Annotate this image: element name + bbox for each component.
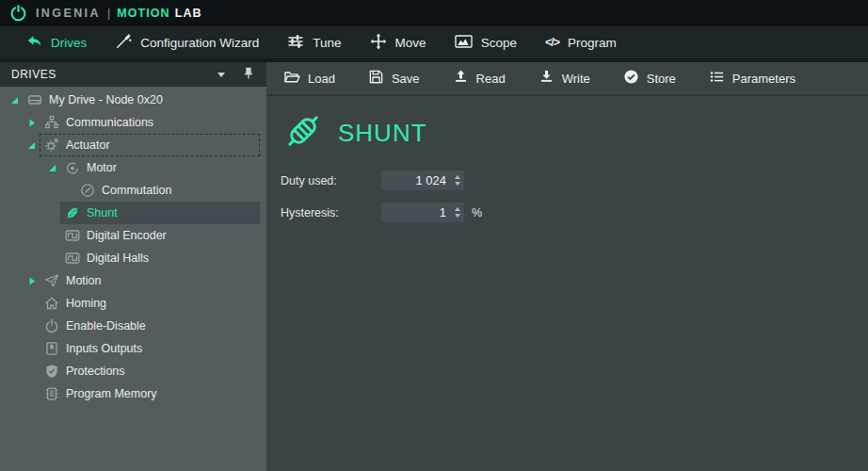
tree-item-homing[interactable]: Homing bbox=[0, 292, 266, 315]
drives-tree: My Drive - Node 0x20 C bbox=[0, 87, 266, 471]
io-card-icon bbox=[44, 341, 59, 356]
motor-icon bbox=[65, 160, 80, 175]
memory-chip-icon bbox=[44, 386, 59, 401]
brand-divider: | bbox=[107, 7, 110, 20]
spin-up-icon[interactable] bbox=[455, 207, 460, 211]
duty-used-input[interactable] bbox=[381, 171, 464, 190]
main-menubar: Drives Configuration Wizard Tune bbox=[0, 26, 868, 58]
menu-item-label: Tune bbox=[313, 36, 341, 50]
tree-item-commutation[interactable]: Commutation bbox=[0, 179, 266, 202]
shunt-page: SHUNT Duty used: Hysteresis: bbox=[266, 96, 868, 471]
tree-item-label: Protections bbox=[66, 365, 125, 378]
brand-lab: LAB bbox=[175, 7, 202, 20]
read-button[interactable]: Read bbox=[443, 62, 515, 94]
tree-item-label: Shunt bbox=[87, 206, 118, 219]
tree-item-my-drive[interactable]: My Drive - Node 0x20 bbox=[0, 89, 266, 111]
tree-item-actuator[interactable]: Actuator bbox=[0, 134, 266, 156]
toolbar-button-label: Parameters bbox=[732, 72, 796, 86]
menu-item-program[interactable]: Program bbox=[531, 26, 631, 58]
toolbar-button-label: Save bbox=[392, 72, 420, 86]
floppy-icon bbox=[368, 69, 384, 88]
tree-item-digital-halls[interactable]: Digital Halls bbox=[0, 247, 266, 269]
home-icon bbox=[44, 296, 59, 311]
menu-item-label: Scope bbox=[481, 36, 517, 50]
open-folder-icon bbox=[283, 69, 300, 89]
collapse-caret-icon[interactable] bbox=[217, 73, 225, 77]
tree-item-motion[interactable]: Motion bbox=[0, 269, 266, 292]
expand-toggle-icon[interactable] bbox=[23, 276, 40, 286]
menu-item-label: Configuration Wizard bbox=[140, 36, 259, 50]
expand-toggle-icon[interactable] bbox=[23, 140, 40, 151]
wand-icon bbox=[115, 33, 132, 53]
sliders-icon bbox=[287, 33, 304, 53]
tree-item-label: Inputs Outputs bbox=[66, 342, 142, 355]
paper-plane-icon bbox=[44, 273, 59, 288]
menu-item-drives[interactable]: Drives bbox=[11, 26, 101, 58]
load-button[interactable]: Load bbox=[274, 62, 345, 94]
duty-used-spinbox bbox=[381, 171, 464, 190]
menu-item-label: Program bbox=[568, 36, 617, 50]
titlebar: INGENIA | MOTION LAB bbox=[0, 0, 868, 26]
upload-icon bbox=[453, 69, 469, 88]
tree-item-enable-disable[interactable]: Enable-Disable bbox=[0, 315, 266, 337]
sidebar-title: DRIVES bbox=[11, 68, 56, 81]
brand-motion: MOTION bbox=[117, 7, 170, 20]
pin-icon[interactable] bbox=[242, 67, 255, 83]
hysteresis-suffix: % bbox=[472, 206, 482, 219]
resistor-icon bbox=[281, 108, 326, 157]
parameters-button[interactable]: Parameters bbox=[699, 62, 805, 94]
spin-up-icon[interactable] bbox=[455, 175, 460, 179]
toolbar-button-label: Load bbox=[308, 72, 335, 86]
menu-item-configuration-wizard[interactable]: Configuration Wizard bbox=[101, 26, 273, 58]
resistor-icon bbox=[65, 205, 80, 220]
write-button[interactable]: Write bbox=[529, 62, 600, 94]
tree-item-label: Actuator bbox=[66, 138, 110, 152]
menu-item-tune[interactable]: Tune bbox=[273, 26, 355, 58]
drives-sidebar: DRIVES bbox=[0, 62, 266, 471]
tree-item-label: Homing bbox=[66, 297, 106, 310]
menu-item-scope[interactable]: Scope bbox=[441, 26, 531, 58]
toolbar-button-label: Store bbox=[647, 72, 676, 86]
shield-icon bbox=[44, 364, 59, 379]
tree-item-shunt[interactable]: Shunt bbox=[0, 202, 266, 224]
brand-ingenia: INGENIA bbox=[36, 7, 101, 20]
tree-item-label: Program Memory bbox=[66, 387, 157, 400]
code-icon bbox=[545, 36, 559, 49]
list-icon bbox=[709, 69, 725, 88]
tree-item-label: Enable-Disable bbox=[66, 319, 146, 333]
tree-item-inputs-outputs[interactable]: Inputs Outputs bbox=[0, 337, 266, 360]
drive-icon bbox=[27, 92, 42, 107]
duty-used-row: Duty used: bbox=[281, 171, 868, 190]
expand-toggle-icon[interactable] bbox=[43, 163, 60, 173]
network-icon bbox=[44, 115, 59, 130]
hysteresis-row: Hysteresis: % bbox=[281, 203, 868, 222]
tree-item-motor[interactable]: Motor bbox=[0, 156, 266, 179]
square-wave-icon bbox=[65, 228, 80, 243]
store-button[interactable]: Store bbox=[614, 62, 685, 94]
download-icon bbox=[538, 69, 555, 88]
workspace: DRIVES bbox=[0, 58, 868, 471]
tree-item-communications[interactable]: Communications bbox=[0, 111, 266, 134]
expand-toggle-icon[interactable] bbox=[6, 95, 23, 106]
main-panel: Load Save bbox=[266, 62, 868, 471]
spin-down-icon[interactable] bbox=[455, 214, 460, 218]
expand-toggle-icon[interactable] bbox=[23, 118, 40, 128]
tree-item-label: Digital Encoder bbox=[87, 229, 167, 242]
menu-item-label: Move bbox=[395, 36, 426, 50]
power-ring-icon bbox=[9, 5, 27, 23]
hysteresis-input[interactable] bbox=[381, 203, 464, 222]
tree-item-label: Motion bbox=[66, 274, 102, 287]
menu-item-label: Drives bbox=[51, 36, 87, 50]
spinner-arrows bbox=[455, 171, 460, 190]
hysteresis-label: Hysteresis: bbox=[281, 206, 381, 219]
menu-item-move[interactable]: Move bbox=[356, 26, 441, 58]
area-chart-icon bbox=[455, 33, 473, 53]
spin-down-icon[interactable] bbox=[455, 182, 460, 186]
toolbar-button-label: Read bbox=[476, 72, 506, 86]
save-button[interactable]: Save bbox=[359, 62, 429, 94]
tree-item-label: Motor bbox=[87, 161, 117, 174]
tree-item-protections[interactable]: Protections bbox=[0, 360, 266, 382]
tree-item-program-memory[interactable]: Program Memory bbox=[0, 382, 266, 405]
tree-item-digital-encoder[interactable]: Digital Encoder bbox=[0, 224, 266, 247]
square-wave-icon bbox=[65, 251, 80, 266]
